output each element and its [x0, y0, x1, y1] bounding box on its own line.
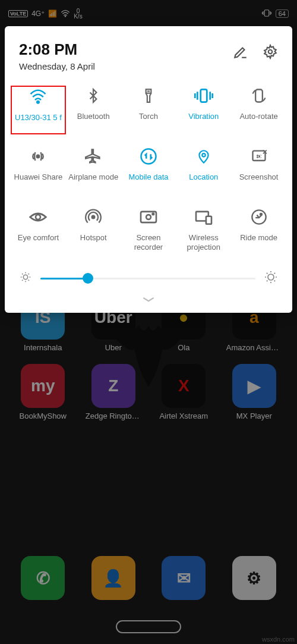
- toggle-screenshot[interactable]: Screenshot: [231, 146, 286, 195]
- vibration-icon: [194, 86, 213, 106]
- panel-time[interactable]: 2:08 PM: [19, 40, 233, 59]
- toggle-label: Bluetooth: [76, 112, 111, 121]
- svg-point-14: [146, 215, 151, 219]
- toggle-label: Airplane mode: [67, 172, 119, 182]
- toggle-eyecomfort[interactable]: Eye comfort: [11, 207, 66, 256]
- projection-icon: [194, 207, 213, 227]
- svg-rect-6: [255, 90, 263, 102]
- svg-point-15: [152, 213, 154, 215]
- svg-point-7: [37, 155, 40, 158]
- ridemode-icon: [250, 207, 268, 227]
- app-tile: ✉: [162, 556, 206, 600]
- svg-point-2: [268, 50, 273, 54]
- toggle-label: Hotspot: [79, 233, 108, 243]
- nav-pill[interactable]: [116, 620, 181, 633]
- svg-point-20: [23, 275, 27, 279]
- app-bookmyshow[interactable]: myBookMyShow: [15, 364, 71, 420]
- app-phone[interactable]: ✆: [21, 556, 65, 600]
- panel-date[interactable]: Wednesday, 8 April: [19, 61, 233, 71]
- app-mx-player[interactable]: ▶MX Player: [226, 364, 282, 420]
- svg-point-21: [268, 274, 274, 280]
- app-settings[interactable]: ⚙: [232, 556, 276, 600]
- svg-point-19: [260, 213, 262, 215]
- wallpaper-batman-icon: [101, 321, 196, 387]
- dock: ✆👤✉⚙: [0, 545, 297, 620]
- screenrecorder-icon: [139, 207, 158, 227]
- wifi-icon: [29, 87, 47, 107]
- toggle-screenrecorder[interactable]: Screenrecorder: [121, 207, 176, 256]
- brightness-low-icon: [19, 271, 32, 286]
- app-label: Internshala: [15, 343, 71, 352]
- toggle-label: Screenrecorder: [133, 233, 164, 253]
- toggle-label: Huawei Share: [13, 172, 64, 182]
- toggle-wifi[interactable]: U13/30-31 5 f: [11, 86, 66, 134]
- toggle-label: Mobile data: [127, 172, 169, 182]
- svg-point-3: [37, 101, 40, 103]
- app-label: Airtel Xstream: [156, 411, 211, 420]
- svg-rect-17: [206, 216, 211, 224]
- app-messages[interactable]: ✉: [162, 556, 206, 600]
- expand-handle[interactable]: [11, 293, 286, 308]
- app-tile: my: [21, 364, 65, 408]
- toggle-label: U13/30-31 5 f: [14, 113, 63, 122]
- eyecomfort-icon: [29, 207, 48, 227]
- toggle-label: Vibration: [187, 112, 220, 121]
- toggle-torch[interactable]: Torch: [121, 86, 176, 134]
- location-icon: [196, 146, 211, 167]
- svg-point-9: [202, 153, 205, 156]
- toggle-label: Ride mode: [239, 233, 279, 243]
- app-label: MX Player: [226, 411, 282, 420]
- mobiledata-icon: [140, 146, 157, 167]
- app-tile: ✆: [21, 556, 65, 600]
- toggle-vibration[interactable]: Vibration: [176, 86, 231, 134]
- toggle-grid: U13/30-31 5 fBluetoothTorchVibrationAuto…: [11, 86, 286, 256]
- airplane-icon: [84, 146, 102, 167]
- svg-point-8: [141, 149, 156, 164]
- huaweishare-icon: [29, 146, 47, 167]
- screenshot-icon: [250, 146, 268, 167]
- app-label: Amazon Assis…: [226, 343, 282, 352]
- toggle-mobiledata[interactable]: Mobile data: [121, 146, 176, 195]
- quick-settings-panel: 2:08 PM Wednesday, 8 April U13/30-31 5 f…: [5, 26, 292, 313]
- toggle-autorotate[interactable]: Auto-rotate: [231, 86, 286, 134]
- toggle-label: Wirelessprojection: [186, 233, 222, 253]
- bluetooth-icon: [86, 86, 101, 106]
- svg-rect-5: [200, 89, 207, 102]
- app-contacts[interactable]: 👤: [91, 556, 135, 600]
- toggle-label: Eye comfort: [17, 233, 60, 243]
- toggle-location[interactable]: Location: [176, 146, 231, 195]
- hotspot-icon: [84, 207, 102, 227]
- brightness-slider[interactable]: [40, 278, 255, 279]
- app-tile: ⚙: [232, 556, 276, 600]
- app-tile: 👤: [91, 556, 135, 600]
- autorotate-icon: [250, 86, 268, 106]
- toggle-bluetooth[interactable]: Bluetooth: [66, 86, 121, 134]
- app-label: Zedge Rington…: [86, 411, 141, 420]
- torch-icon: [141, 86, 156, 106]
- settings-icon[interactable]: [263, 44, 278, 62]
- watermark: wsxdn.com: [262, 636, 295, 643]
- brightness-high-icon: [264, 270, 278, 287]
- toggle-hotspot[interactable]: Hotspot: [66, 207, 121, 256]
- toggle-huaweishare[interactable]: Huawei Share: [11, 146, 66, 195]
- toggle-label: Location: [188, 172, 219, 182]
- toggle-ridemode[interactable]: Ride mode: [231, 207, 286, 256]
- brightness-row: [11, 256, 286, 293]
- toggle-label: Torch: [138, 112, 159, 121]
- toggle-label: Screenshot: [238, 172, 280, 182]
- toggle-projection[interactable]: Wirelessprojection: [176, 207, 231, 256]
- toggle-label: Auto-rotate: [238, 112, 279, 121]
- svg-point-12: [92, 216, 95, 219]
- app-label: BookMyShow: [15, 411, 71, 420]
- app-tile: ▶: [232, 364, 276, 408]
- svg-point-11: [36, 215, 40, 219]
- edit-icon[interactable]: [233, 44, 248, 62]
- toggle-airplane[interactable]: Airplane mode: [66, 146, 121, 195]
